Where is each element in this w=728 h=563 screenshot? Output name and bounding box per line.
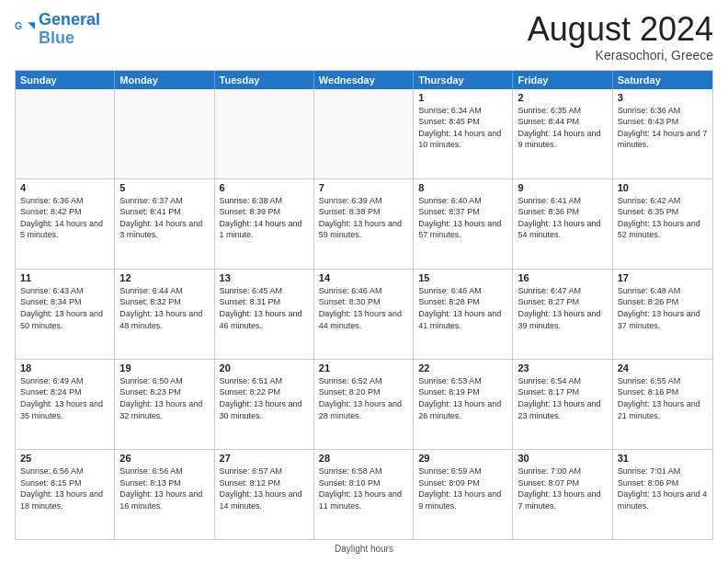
calendar-cell: 19Sunrise: 6:50 AM Sunset: 8:23 PM Dayli…: [115, 360, 214, 449]
day-number: 14: [319, 272, 408, 283]
day-number: 8: [418, 182, 507, 193]
day-number: 24: [618, 362, 708, 373]
calendar-cell: 20Sunrise: 6:51 AM Sunset: 8:22 PM Dayli…: [215, 360, 314, 449]
calendar-header: SundayMondayTuesdayWednesdayThursdayFrid…: [16, 71, 712, 89]
footer-note: Daylight hours: [15, 544, 713, 554]
day-number: 21: [319, 362, 408, 373]
day-number: 15: [418, 272, 507, 283]
day-info: Sunrise: 6:58 AM Sunset: 8:10 PM Dayligh…: [319, 465, 408, 511]
day-number: 29: [418, 453, 507, 464]
logo-icon: G: [15, 19, 35, 40]
day-number: 9: [518, 182, 607, 193]
day-number: 16: [518, 272, 607, 283]
day-info: Sunrise: 6:52 AM Sunset: 8:20 PM Dayligh…: [319, 375, 408, 421]
day-info: Sunrise: 7:01 AM Sunset: 8:06 PM Dayligh…: [618, 465, 708, 511]
day-info: Sunrise: 6:49 AM Sunset: 8:24 PM Dayligh…: [20, 375, 109, 421]
calendar-cell: 13Sunrise: 6:45 AM Sunset: 8:31 PM Dayli…: [215, 270, 314, 359]
day-number: 18: [20, 362, 109, 373]
calendar-cell: 27Sunrise: 6:57 AM Sunset: 8:12 PM Dayli…: [215, 450, 314, 539]
day-number: 13: [220, 272, 309, 283]
calendar-cell: 22Sunrise: 6:53 AM Sunset: 8:19 PM Dayli…: [414, 360, 513, 449]
day-info: Sunrise: 6:59 AM Sunset: 8:09 PM Dayligh…: [418, 465, 507, 511]
calendar-cell: 5Sunrise: 6:37 AM Sunset: 8:41 PM Daylig…: [115, 179, 214, 269]
calendar-cell: [115, 89, 214, 178]
calendar-cell: 14Sunrise: 6:46 AM Sunset: 8:30 PM Dayli…: [314, 270, 414, 359]
month-title: August 2024: [528, 11, 713, 48]
day-number: 17: [618, 272, 708, 283]
calendar-cell: 23Sunrise: 6:54 AM Sunset: 8:17 PM Dayli…: [513, 360, 612, 449]
calendar-row-2: 4Sunrise: 6:36 AM Sunset: 8:42 PM Daylig…: [16, 179, 712, 270]
calendar-cell: 18Sunrise: 6:49 AM Sunset: 8:24 PM Dayli…: [16, 360, 115, 449]
day-number: 7: [319, 182, 408, 193]
calendar-cell: 29Sunrise: 6:59 AM Sunset: 8:09 PM Dayli…: [414, 450, 513, 539]
day-info: Sunrise: 6:40 AM Sunset: 8:37 PM Dayligh…: [418, 195, 507, 241]
calendar-row-3: 11Sunrise: 6:43 AM Sunset: 8:34 PM Dayli…: [16, 270, 712, 360]
calendar-cell: 28Sunrise: 6:58 AM Sunset: 8:10 PM Dayli…: [314, 450, 414, 539]
title-block: August 2024 Kerasochori, Greece: [528, 11, 713, 63]
day-info: Sunrise: 6:36 AM Sunset: 8:43 PM Dayligh…: [618, 105, 708, 151]
day-number: 1: [418, 92, 507, 103]
calendar-cell: 4Sunrise: 6:36 AM Sunset: 8:42 PM Daylig…: [16, 179, 115, 269]
day-number: 2: [518, 92, 607, 103]
day-number: 30: [518, 453, 607, 464]
calendar-cell: [314, 89, 414, 178]
day-info: Sunrise: 6:56 AM Sunset: 8:15 PM Dayligh…: [20, 465, 109, 511]
calendar-cell: 7Sunrise: 6:39 AM Sunset: 8:38 PM Daylig…: [314, 179, 414, 269]
calendar-cell: 30Sunrise: 7:00 AM Sunset: 8:07 PM Dayli…: [513, 450, 612, 539]
day-info: Sunrise: 6:55 AM Sunset: 8:16 PM Dayligh…: [618, 375, 708, 421]
calendar: SundayMondayTuesdayWednesdayThursdayFrid…: [15, 70, 713, 540]
day-info: Sunrise: 6:38 AM Sunset: 8:39 PM Dayligh…: [220, 195, 309, 241]
day-number: 23: [518, 362, 607, 373]
calendar-cell: 15Sunrise: 6:46 AM Sunset: 8:28 PM Dayli…: [414, 270, 513, 359]
calendar-cell: 26Sunrise: 6:56 AM Sunset: 8:13 PM Dayli…: [115, 450, 214, 539]
day-info: Sunrise: 6:42 AM Sunset: 8:35 PM Dayligh…: [618, 195, 708, 241]
day-info: Sunrise: 6:35 AM Sunset: 8:44 PM Dayligh…: [518, 105, 607, 151]
calendar-cell: 1Sunrise: 6:34 AM Sunset: 8:45 PM Daylig…: [414, 89, 513, 178]
day-info: Sunrise: 7:00 AM Sunset: 8:07 PM Dayligh…: [518, 465, 607, 511]
day-info: Sunrise: 6:41 AM Sunset: 8:36 PM Dayligh…: [518, 195, 607, 241]
calendar-cell: 17Sunrise: 6:48 AM Sunset: 8:26 PM Dayli…: [613, 270, 712, 359]
day-number: 25: [20, 453, 109, 464]
calendar-cell: 25Sunrise: 6:56 AM Sunset: 8:15 PM Dayli…: [16, 450, 115, 539]
header-cell-tuesday: Tuesday: [215, 71, 314, 89]
calendar-cell: 24Sunrise: 6:55 AM Sunset: 8:16 PM Dayli…: [613, 360, 712, 449]
day-info: Sunrise: 6:53 AM Sunset: 8:19 PM Dayligh…: [418, 375, 507, 421]
header-cell-wednesday: Wednesday: [314, 71, 414, 89]
header-cell-saturday: Saturday: [613, 71, 712, 89]
calendar-cell: 8Sunrise: 6:40 AM Sunset: 8:37 PM Daylig…: [414, 179, 513, 269]
day-info: Sunrise: 6:54 AM Sunset: 8:17 PM Dayligh…: [518, 375, 607, 421]
day-info: Sunrise: 6:46 AM Sunset: 8:30 PM Dayligh…: [319, 285, 408, 331]
day-number: 4: [20, 182, 109, 193]
day-number: 6: [220, 182, 309, 193]
logo-text: GeneralBlue: [39, 11, 100, 48]
day-number: 3: [618, 92, 708, 103]
calendar-body: 1Sunrise: 6:34 AM Sunset: 8:45 PM Daylig…: [16, 89, 712, 539]
day-number: 10: [618, 182, 708, 193]
day-info: Sunrise: 6:43 AM Sunset: 8:34 PM Dayligh…: [20, 285, 109, 331]
day-number: 28: [319, 453, 408, 464]
day-number: 19: [119, 362, 209, 373]
calendar-row-4: 18Sunrise: 6:49 AM Sunset: 8:24 PM Dayli…: [16, 360, 712, 450]
calendar-cell: 21Sunrise: 6:52 AM Sunset: 8:20 PM Dayli…: [314, 360, 414, 449]
header-cell-thursday: Thursday: [414, 71, 513, 89]
calendar-cell: [16, 89, 115, 178]
location: Kerasochori, Greece: [528, 48, 713, 63]
page-header: G GeneralBlue August 2024 Kerasochori, G…: [15, 11, 713, 63]
day-info: Sunrise: 6:47 AM Sunset: 8:27 PM Dayligh…: [518, 285, 607, 331]
calendar-cell: 31Sunrise: 7:01 AM Sunset: 8:06 PM Dayli…: [613, 450, 712, 539]
day-info: Sunrise: 6:34 AM Sunset: 8:45 PM Dayligh…: [418, 105, 507, 151]
day-info: Sunrise: 6:44 AM Sunset: 8:32 PM Dayligh…: [119, 285, 209, 331]
svg-marker-1: [28, 22, 35, 29]
calendar-cell: 12Sunrise: 6:44 AM Sunset: 8:32 PM Dayli…: [115, 270, 214, 359]
day-info: Sunrise: 6:36 AM Sunset: 8:42 PM Dayligh…: [20, 195, 109, 241]
day-number: 5: [119, 182, 209, 193]
calendar-row-5: 25Sunrise: 6:56 AM Sunset: 8:15 PM Dayli…: [16, 450, 712, 539]
svg-text:G: G: [15, 21, 22, 31]
day-info: Sunrise: 6:51 AM Sunset: 8:22 PM Dayligh…: [220, 375, 309, 421]
day-info: Sunrise: 6:48 AM Sunset: 8:26 PM Dayligh…: [618, 285, 708, 331]
day-info: Sunrise: 6:46 AM Sunset: 8:28 PM Dayligh…: [418, 285, 507, 331]
calendar-cell: 11Sunrise: 6:43 AM Sunset: 8:34 PM Dayli…: [16, 270, 115, 359]
day-number: 12: [119, 272, 209, 283]
calendar-cell: 10Sunrise: 6:42 AM Sunset: 8:35 PM Dayli…: [613, 179, 712, 269]
header-cell-sunday: Sunday: [16, 71, 115, 89]
